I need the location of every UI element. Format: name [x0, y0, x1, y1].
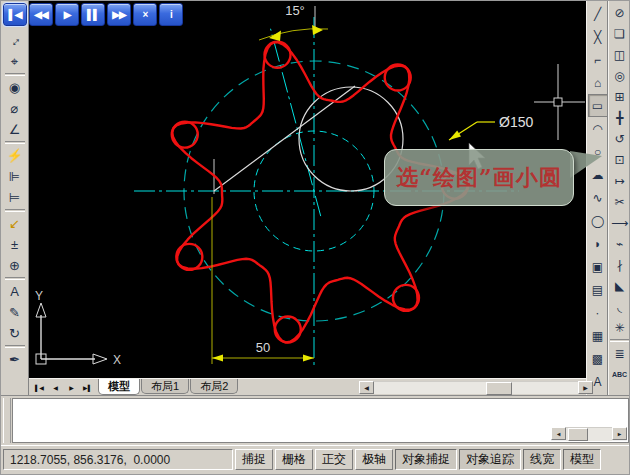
spline-button[interactable]: ∿: [588, 186, 608, 209]
model-toggle-button[interactable]: 模型: [563, 449, 601, 470]
command-hscrollbar[interactable]: ◀ ▶: [551, 427, 627, 441]
trim-icon: ✂: [614, 196, 624, 208]
copy-button[interactable]: ❏: [610, 23, 630, 44]
polyline-button[interactable]: ⌐: [588, 48, 608, 71]
tutorial-tooltip: 选“绘图”画小圆: [384, 149, 574, 206]
construction-line-button[interactable]: ╳: [588, 25, 608, 48]
text-style-button[interactable]: ABC: [610, 364, 630, 385]
chamfer-button[interactable]: ◣: [610, 275, 630, 296]
hatch-button[interactable]: ▦: [588, 324, 608, 347]
line-button[interactable]: ╱: [588, 2, 608, 25]
ellipse-arc-button[interactable]: ◗: [588, 232, 608, 255]
ordinate-dimension-button[interactable]: ⌖: [3, 51, 27, 72]
erase-button[interactable]: ⊘: [610, 2, 630, 23]
rec-info-button[interactable]: i: [159, 3, 183, 26]
dimension-edit-button[interactable]: ✎: [3, 302, 27, 323]
break-at-point-button[interactable]: ⌁: [610, 233, 630, 254]
quick-dimension-button[interactable]: ⚡: [3, 145, 27, 166]
point-icon: ∙: [596, 307, 599, 319]
cmd-scroll-left-icon[interactable]: ◀: [551, 427, 566, 440]
stretch-button[interactable]: ↦: [610, 170, 630, 191]
tolerance-button[interactable]: ±: [3, 234, 27, 255]
drawing-canvas[interactable]: 5015°Ø150XY 选“绘图”画小圆: [29, 1, 586, 378]
baseline-dimension-button[interactable]: ⊫: [3, 166, 27, 187]
grid-toggle-button[interactable]: 栅格: [275, 449, 313, 470]
dimension-style-button[interactable]: ✒: [3, 349, 27, 370]
hscroll-thumb[interactable]: [486, 382, 512, 395]
tutorial-tooltip-text: 选“绘图”画小圆: [396, 163, 561, 193]
dim50-left-arrow: [212, 355, 223, 362]
command-history[interactable]: ◀ ▶: [12, 398, 629, 443]
osnap-toggle-button[interactable]: 对象捕捉: [395, 449, 457, 470]
continue-dimension-button[interactable]: ⊨: [3, 187, 27, 208]
tab-first-button[interactable]: ▌◀: [32, 381, 47, 394]
cmd-scroll-thumb[interactable]: [568, 428, 588, 441]
mirror-button[interactable]: ◫: [610, 44, 630, 65]
region-button[interactable]: ▩: [588, 347, 608, 370]
tab-model-button[interactable]: 模型: [98, 379, 140, 395]
offset-button[interactable]: ◎: [610, 65, 630, 86]
insert-block-button[interactable]: ▣: [588, 255, 608, 278]
cmd-scroll-right-icon[interactable]: ▶: [612, 427, 627, 440]
trim-button[interactable]: ✂: [610, 191, 630, 212]
point-button[interactable]: ∙: [588, 301, 608, 324]
polar-toggle-button[interactable]: 极轴: [355, 449, 393, 470]
rotate-button[interactable]: ↺: [610, 128, 630, 149]
continue-dimension-icon: ⊨: [9, 191, 20, 204]
ortho-toggle-button[interactable]: 正交: [315, 449, 353, 470]
make-block-button[interactable]: ▤: [588, 278, 608, 301]
rec-play-icon: ▶: [64, 9, 71, 20]
fillet-icon: ◟: [617, 301, 622, 313]
tab-layout2-button[interactable]: 布局2: [190, 379, 238, 394]
scale-button[interactable]: ⊡: [610, 149, 630, 170]
fillet-button[interactable]: ◟: [610, 296, 630, 317]
toolbar-separator: [5, 141, 25, 144]
quick-leader-button[interactable]: ↙: [3, 213, 27, 234]
snap-toggle-button[interactable]: 捕捉: [235, 449, 273, 470]
rectangle-button[interactable]: ▭: [588, 94, 608, 117]
tab-layout1-button[interactable]: 布局1: [141, 379, 189, 394]
hscroll-track[interactable]: [374, 381, 578, 394]
lineweight-toggle-button[interactable]: 线宽: [523, 449, 561, 470]
canvas-hscrollbar[interactable]: ◀ ▶: [359, 381, 593, 394]
explode-button[interactable]: ✳: [610, 317, 630, 338]
diameter-dimension-button[interactable]: ⌀: [3, 98, 27, 119]
arc-button[interactable]: ◠: [588, 117, 608, 140]
polygon-button[interactable]: ⌂: [588, 71, 608, 94]
center-mark-button[interactable]: ⊕: [3, 255, 27, 276]
dimension-update-button[interactable]: ↻: [3, 323, 27, 344]
rec-close-button[interactable]: ×: [133, 3, 157, 26]
hscroll-left-arrow-icon[interactable]: ◀: [359, 381, 374, 394]
chamfer-icon: ◣: [615, 280, 624, 292]
diameter-dimension-icon: ⌀: [11, 102, 19, 115]
rec-forward-button[interactable]: ▶▶: [107, 3, 131, 26]
tab-next-button[interactable]: ▶: [64, 381, 79, 394]
extend-icon: ⟶: [611, 217, 628, 229]
ucs-x-label: X: [113, 353, 121, 367]
otrack-toggle-button[interactable]: 对象追踪: [459, 449, 521, 470]
rec-rewind-button[interactable]: ◀◀: [29, 3, 53, 26]
dimension-update-icon: ↻: [9, 327, 20, 340]
dimension-text-edit-button[interactable]: A: [3, 281, 27, 302]
tab-last-button[interactable]: ▶▌: [80, 381, 95, 394]
lineweight-preview-button[interactable]: ≣: [610, 343, 630, 364]
cmd-scroll-track[interactable]: [566, 427, 612, 441]
extend-button[interactable]: ⟶: [610, 212, 630, 233]
angular-dimension-button[interactable]: ∠: [3, 119, 27, 140]
rec-pause-button[interactable]: ▌▌: [81, 3, 105, 26]
arc-icon: ◠: [592, 123, 602, 135]
move-button[interactable]: ╋: [610, 107, 630, 128]
aligned-dimension-button[interactable]: ↔: [3, 30, 27, 51]
ellipse-button[interactable]: ◯: [588, 209, 608, 232]
tab-prev-button[interactable]: ◀: [48, 381, 63, 394]
rec-play-button[interactable]: ▶: [55, 3, 79, 26]
rec-first-button[interactable]: ▌◀: [3, 3, 27, 26]
hscroll-right-arrow-icon[interactable]: ▶: [578, 381, 593, 394]
array-button[interactable]: ⊞: [610, 86, 630, 107]
status-bar: 1218.7055, 856.3176, 0.0000 捕捉栅格正交极轴对象捕捉…: [1, 445, 630, 475]
command-window-grip[interactable]: [3, 398, 11, 443]
break-button[interactable]: ∤: [610, 254, 630, 275]
tolerance-icon: ±: [11, 238, 18, 251]
radius-dimension-button[interactable]: ◉: [3, 77, 27, 98]
copy-icon: ❏: [614, 28, 625, 40]
